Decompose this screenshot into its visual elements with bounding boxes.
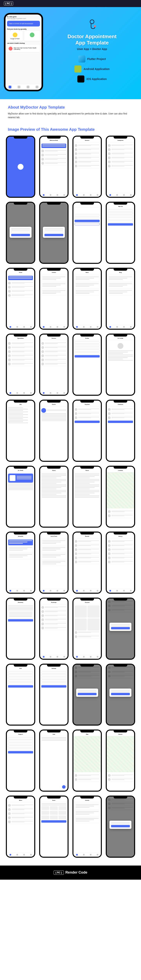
phone-mockup: Location [106,466,135,528]
phone-screen: Specialities [7,334,34,395]
phone-mockup: Edit [6,663,35,726]
phone-mockup: Lab & Tests [39,531,68,594]
nav-icon [36,86,38,88]
phone-mockup: Activity [73,795,102,858]
phone-mockup [106,795,135,858]
tech-flutter-row: Flutter Project [47,56,137,62]
phone-mockup: Welcome Back [39,136,68,198]
footer: { RC } Render Code [0,865,141,880]
bottom-nav [5,84,41,90]
phones-grid: Welcome BackDoctorsCategoriesSign UpHome… [0,136,141,865]
phone-mockup: Nearby [106,730,135,792]
phone-screen: About [40,467,68,527]
phone-mockup: About [39,466,68,528]
phone-mockup: Categories [106,136,135,198]
phone-mockup: Specialities [6,334,35,396]
specialty-icon [30,33,35,37]
phone-screen [107,665,134,725]
about-text: MyDoctor allow user to find doctor by sp… [8,112,133,119]
phone-mockup: Results [73,531,102,594]
phone-screen: Edit [7,665,34,725]
phone-mockup: Home [6,268,35,330]
phone-mockup: Terms [73,466,102,528]
phone-screen: Activity [73,797,101,857]
top-header: { RC } [0,0,141,7]
tech-android-row: Android Application [47,65,137,73]
phone-screen: Doctor [40,401,68,461]
preview-title: Image Preview of This Awesome App Templa… [0,125,141,136]
phone-screen: Nearby [107,730,134,791]
about-title: About MyDoctor App Template [8,105,133,110]
android-icon [74,65,81,73]
phone-mockup: Blog [106,268,135,330]
phone-mockup: Articles [39,268,68,330]
greeting-text: Hi, John green [7,16,40,18]
phone-mockup: Doctors [73,136,102,198]
about-section: About MyDoctor App Template MyDoctor all… [0,99,141,125]
lab-title: Lab tests & health checkup [7,43,40,44]
phone-mockup: Sign Up [106,202,135,264]
covid-card: Take a COVID-19 self Assessment [7,21,40,27]
phone-screen: Book [40,797,68,857]
phone-mockup [6,136,35,198]
phone-mockup: News [73,268,102,330]
phone-screen: Sign Up [107,203,134,263]
phone-screen: Profile [73,334,101,395]
hero-phone-screen: Hi, John green Face any type of problem … [5,14,41,90]
phone-screen: Home [7,269,34,329]
phone-screen: Summary [7,598,34,659]
apple-icon [78,75,84,83]
phone-mockup: Doctor [39,399,68,462]
phone-mockup [106,663,135,726]
phone-mockup: Map [73,730,102,792]
phone-mockup: Payment [73,399,102,462]
phone-screen: Checkout [107,401,134,461]
phone-screen: Info [7,401,34,461]
phone-screen: Blog [107,269,134,329]
phone-screen: Payment [73,401,101,461]
phone-mockup: Settings [39,663,68,726]
tech-ios-row: iOS Application [47,75,137,83]
hero-phone-mockup: Hi, John green Face any type of problem … [4,13,43,91]
phone-screen: Schedule [7,533,34,593]
specialty-card [24,31,40,41]
phone-mockup: Checkout [106,399,135,462]
phone-screen: Account [73,598,101,659]
phone-mockup: Schedule [6,531,35,594]
phone-mockup: Account [73,598,102,660]
svg-point-0 [90,20,94,24]
phone-screen [107,797,134,857]
phone-mockup: Menu [6,795,35,858]
phone-screen [73,665,101,725]
nav-home-icon [9,86,11,88]
phone-screen: Map [73,730,101,791]
find-doctor-title: Find your doctor by speciality [7,29,40,30]
nav-icon [27,86,29,88]
phone-mockup: Dr. Smith [6,466,35,528]
phone-mockup: Doctors [39,334,68,396]
hero-content: Doctor Appointment App Template User App… [47,19,137,85]
phone-mockup: Bookings [39,598,68,660]
phone-mockup: Summary [6,598,35,660]
hero-title: Doctor Appointment App Template [47,33,137,46]
phone-mockup: Support [6,730,35,792]
phone-screen: Doctors [40,334,68,395]
phone-screen: Articles [40,269,68,329]
doctor-icon [86,19,98,30]
svg-point-1 [94,25,96,27]
phone-screen: Welcome Back [40,137,68,197]
phone-mockup: History [106,531,135,594]
phone-mockup [73,202,102,264]
phone-screen: Dr. Profile [107,334,134,395]
phone-mockup: Dr. Profile [106,334,135,396]
question-text: Face any type of problem now? [7,18,40,19]
phone-screen: News [73,269,101,329]
phone-screen: Bookings [40,598,68,659]
footer-logo: { RC } Render Code [54,870,87,875]
phone-screen [40,203,68,263]
phone-screen: Location [107,467,134,527]
lab-card: New York City Forensic Public Health Lab… [7,45,40,52]
phone-screen: Results [73,533,101,593]
phone-mockup: Info [6,399,35,462]
phone-screen: Doctors [73,137,101,197]
